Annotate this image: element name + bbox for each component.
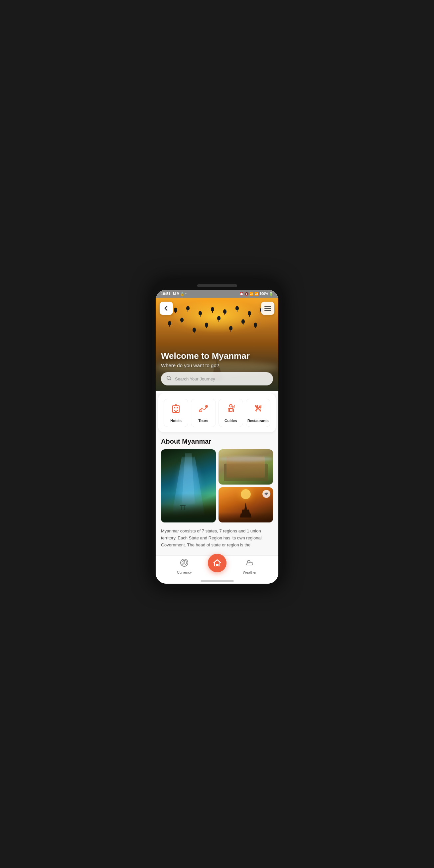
- balloon: [248, 311, 251, 315]
- category-restaurants[interactable]: Restaurants: [246, 399, 270, 427]
- balloon: [168, 321, 171, 325]
- back-arrow-icon: [164, 306, 169, 311]
- hotels-label: Hotels: [170, 419, 182, 423]
- hotel-icon: [170, 403, 181, 416]
- balloon: [186, 306, 190, 310]
- photo-temple-aerial[interactable]: [218, 449, 273, 485]
- categories-container: Hotels Tours: [158, 394, 276, 432]
- hero-title: Welcome to Myanmar: [161, 351, 273, 361]
- photo-temple-sunset[interactable]: [218, 487, 273, 523]
- search-icon: [166, 375, 172, 382]
- balloon: [223, 309, 226, 314]
- balloon: [192, 328, 196, 332]
- wifi-icon: 📶: [249, 292, 253, 296]
- svg-text:$: $: [183, 561, 185, 565]
- restaurants-icon: [253, 403, 264, 416]
- balloon: [236, 306, 239, 310]
- status-bar: 10:51 M M 🔒 • ⏰ 🔇 📶 📶 100% 🔋: [156, 290, 278, 298]
- svg-rect-7: [176, 404, 176, 405]
- svg-rect-6: [175, 411, 177, 412]
- menu-button[interactable]: [261, 302, 274, 315]
- svg-rect-10: [229, 408, 232, 412]
- home-indicator: [200, 580, 234, 582]
- restaurants-label: Restaurants: [247, 419, 269, 423]
- about-title: About Myanmar: [161, 438, 273, 445]
- menu-line-1: [265, 306, 271, 307]
- nav-home[interactable]: [208, 554, 226, 572]
- balloon: [174, 308, 177, 312]
- balloon: [198, 311, 202, 315]
- main-content: Hotels Tours: [156, 394, 278, 555]
- tours-icon: [198, 403, 209, 416]
- balloon: [229, 326, 232, 330]
- status-right: ⏰ 🔇 📶 📶 100% 🔋: [240, 292, 273, 296]
- category-tours[interactable]: Tours: [191, 399, 216, 427]
- balloons-container: [156, 304, 278, 338]
- status-left: 10:51 M M 🔒 •: [161, 292, 187, 296]
- alarm-icon: ⏰: [240, 292, 243, 296]
- weather-label: Weather: [243, 570, 256, 575]
- photo-grid: ⛩: [161, 449, 273, 523]
- nav-currency[interactable]: $ Currency: [161, 558, 208, 575]
- balloon: [242, 319, 245, 323]
- hero-subtitle: Where do you want to go?: [161, 363, 273, 368]
- back-button[interactable]: [160, 302, 173, 315]
- tours-label: Tours: [198, 419, 209, 423]
- svg-rect-2: [174, 407, 175, 408]
- photo-cave[interactable]: ⛩: [161, 449, 216, 523]
- svg-rect-3: [177, 407, 178, 408]
- phone-screen: 10:51 M M 🔒 • ⏰ 🔇 📶 📶 100% 🔋: [156, 290, 278, 583]
- hero-content: Welcome to Myanmar Where do you want to …: [156, 345, 278, 391]
- currency-icon: $: [180, 558, 189, 569]
- guides-icon: [225, 403, 236, 416]
- svg-rect-20: [216, 564, 218, 566]
- balloon: [217, 316, 220, 320]
- home-indicator-bar: [156, 578, 278, 584]
- category-hotels[interactable]: Hotels: [164, 399, 188, 427]
- svg-rect-4: [174, 410, 175, 411]
- about-description: Myanmar consists of 7 states, 7 regions …: [161, 528, 273, 551]
- home-icon: [213, 559, 221, 567]
- currency-label: Currency: [177, 570, 192, 575]
- category-guides[interactable]: Guides: [218, 399, 243, 427]
- search-bar[interactable]: Search Your Journey: [161, 372, 273, 385]
- bottom-nav: $ Currency: [156, 555, 278, 578]
- search-input[interactable]: Search Your Journey: [175, 376, 268, 381]
- phone-frame: 10:51 M M 🔒 • ⏰ 🔇 📶 📶 100% 🔋: [152, 280, 282, 587]
- menu-line-3: [265, 310, 271, 311]
- balloon: [205, 322, 208, 327]
- svg-point-12: [232, 406, 234, 408]
- weather-icon: [245, 558, 254, 569]
- hero-section: Welcome to Myanmar Where do you want to …: [156, 298, 278, 391]
- balloon: [254, 322, 257, 327]
- nav-weather[interactable]: Weather: [226, 558, 273, 575]
- menu-line-2: [265, 308, 271, 309]
- time: 10:51: [161, 292, 170, 296]
- battery: 100%: [259, 292, 268, 296]
- about-section: About Myanmar ⛩: [156, 435, 278, 555]
- balloon: [211, 307, 214, 311]
- guides-label: Guides: [224, 419, 237, 423]
- balloon: [180, 318, 184, 322]
- mute-icon: 🔇: [244, 292, 248, 296]
- signal-icon: 📶: [254, 292, 258, 296]
- svg-rect-9: [199, 410, 202, 412]
- status-icons: M M 🔒 •: [173, 292, 187, 296]
- phone-notch: [197, 284, 237, 287]
- battery-icon: 🔋: [269, 292, 273, 296]
- svg-rect-5: [177, 410, 178, 411]
